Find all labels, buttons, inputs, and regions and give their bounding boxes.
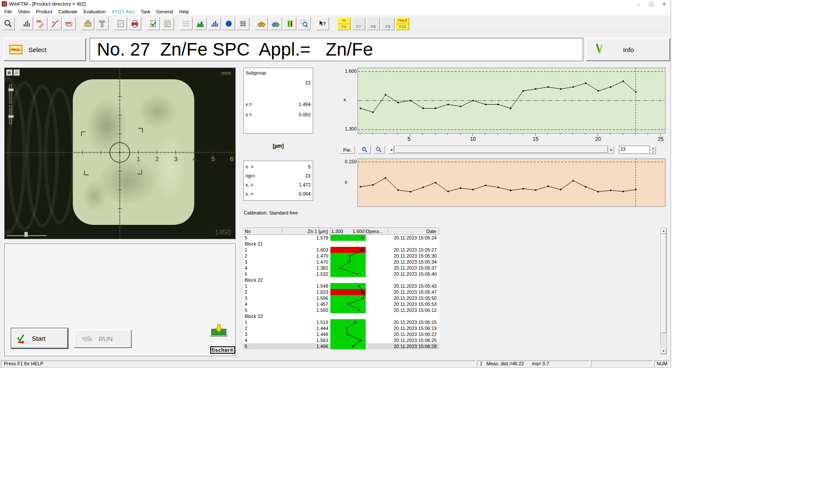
table-row[interactable]: 51.55020.11.2023 15:06:12 [243,307,439,313]
prod-icon: PROD. [9,45,22,54]
search-color-icon[interactable] [269,17,282,30]
distribution-icon[interactable] [20,17,33,30]
fkey-f9-button[interactable]: F9 [381,17,395,30]
table-scroll-up-button[interactable]: ▲ [661,228,666,234]
table-row[interactable]: 41.45720.11.2023 15:05:53 [243,301,439,307]
fkey-f7-button[interactable]: F7 [352,17,365,30]
fkey-f10-button[interactable]: PMUZF10 [396,17,409,30]
fkey-f6-button[interactable]: 20F6 [337,17,351,30]
color-scale-icon[interactable] [283,17,296,30]
menu-xy-z-axis[interactable]: XY(Z)-Axis [109,9,137,15]
header-value[interactable]: Zn 1 [µm] [282,228,330,234]
search-gold-icon[interactable] [255,17,268,30]
chart-scrollbar[interactable] [394,146,609,154]
chart-scroll-right-button[interactable]: ► [609,146,614,154]
cell-date: 20.11.2023 15:05:47 [388,289,439,295]
measuring-stand-icon[interactable] [96,17,109,30]
block-row[interactable]: Block 21 [243,241,439,247]
video-mode-button[interactable]: ▦ [6,69,12,76]
table-row[interactable]: 21.47020.11.2023 15:05:30 [243,253,439,259]
save-document-icon[interactable] [114,17,127,30]
run-button[interactable]: RUN [74,330,132,348]
zoom-slider[interactable] [7,232,47,236]
xgrand-value: 1.472 [298,182,311,187]
menu-product[interactable]: Product [33,9,56,15]
instrument-icon[interactable] [81,17,94,30]
menu-general[interactable]: General [153,9,176,15]
video-snapshot-button[interactable]: ◫ [13,69,20,76]
chart-scrollbar-thumb[interactable] [395,146,608,153]
calibration-curve-icon[interactable]: A [49,17,62,30]
close-button[interactable]: ✕ [658,0,671,8]
contrast-slider[interactable] [9,105,12,124]
header-no[interactable]: No [243,228,282,234]
spinner-down-button[interactable]: ▼ [650,150,656,154]
maximize-button[interactable]: ▢ [645,0,658,8]
header-limits[interactable]: 1.3001.600 [330,228,366,234]
table-row[interactable]: 51.49620.11.2023 15:06:28 [243,343,439,349]
fkey-f8-button[interactable]: F8 [367,17,380,30]
cell-value: 1.623 [282,289,330,295]
table-row[interactable]: 31.59620.11.2023 15:05:50 [243,295,439,301]
brightness-slider[interactable] [9,84,12,103]
report-icon[interactable] [161,17,174,30]
delete-measurement-icon[interactable]: DEL [34,17,47,30]
grid-icon[interactable] [180,17,193,30]
fischer-logo: fischer® [210,346,235,354]
table-row[interactable]: 51.53220.11.2023 15:05:40 [243,271,439,277]
chart-zoom-in-button[interactable] [358,146,371,154]
chart-scroll-left-button[interactable]: ◄ [389,146,394,154]
s-control-chart[interactable] [358,159,665,207]
parameters-button[interactable]: Par. [340,146,355,154]
select-product-button[interactable]: PROD. Select [3,38,86,61]
cell-sparkline [330,331,366,337]
menu-calibrate[interactable]: Calibrate [56,9,81,15]
print-icon[interactable] [128,17,141,30]
info-button[interactable]: Info [586,38,670,61]
menu-evaluation[interactable]: Evaluation [81,9,109,15]
matrix-icon[interactable] [236,17,249,30]
table-row[interactable]: 21.62320.11.2023 15:05:47 [243,289,439,295]
table-row[interactable]: 11.60320.11.2023 15:05:27 [243,247,439,253]
table-row[interactable]: 31.47020.11.2023 15:05:34 [243,259,439,265]
status-bar: Press F1 for HELP 1 Meas. dist.=46.22 mq… [0,360,671,367]
table-row[interactable]: 31.44920.11.2023 15:06:22 [243,331,439,337]
table-row[interactable]: 41.56320.11.2023 15:06:25 [243,337,439,343]
menu-file[interactable]: File [1,9,15,15]
measurement-table-header[interactable]: No Zn 1 [µm] 1.3001.600 Opera... Date [243,227,439,235]
zoom-icon[interactable] [2,17,15,30]
spinner-up-button[interactable]: ▲ [650,146,656,150]
context-help-icon[interactable]: ? [316,17,329,30]
spc-icon[interactable]: SPC [63,17,76,30]
block-row[interactable]: Block 23 [243,313,439,319]
approve-document-icon[interactable] [147,17,160,30]
xbar-control-chart[interactable] [358,68,665,134]
table-scrollbar-thumb[interactable] [661,234,666,333]
start-button[interactable]: Start [11,328,68,348]
table-row[interactable]: 41.38220.11.2023 15:05:37 [243,265,439,271]
table-scrollbar[interactable]: ▲ ▼ [660,227,667,355]
table-row[interactable]: 11.51920.11.2023 15:06:15 [243,319,439,325]
histogram-icon[interactable] [208,17,221,30]
table-row[interactable]: 11.54820.11.2023 15:05:43 [243,283,439,289]
subgroup-spinner[interactable]: 23 ▲▼ [619,146,656,154]
blue-circle-icon[interactable] [222,17,235,30]
xchart-tick-label: 10 [470,136,476,142]
menu-task[interactable]: Task [137,9,153,15]
table-scroll-down-button[interactable]: ▼ [661,348,666,354]
video-view[interactable]: 123456 mm 1450 ▦ ◫ [4,68,236,239]
subgroup-value: 23 [305,80,311,85]
chart-zoom-out-button[interactable] [373,146,385,154]
block-row[interactable]: Block 22 [243,277,439,283]
subgroup-spinner-value[interactable]: 23 [619,146,650,154]
menu-video[interactable]: Video [15,9,33,15]
table-row[interactable]: 51.57920.11.2023 15:05:24 [243,235,439,241]
table-row[interactable]: 21.44420.11.2023 15:06:19 [243,325,439,331]
menu-help[interactable]: Help [176,9,192,15]
header-date[interactable]: Date [388,228,439,234]
header-operator[interactable]: Opera... [366,228,388,234]
s-chart-plot [358,159,665,206]
minimize-button[interactable]: – [632,0,645,8]
peak-chart-icon[interactable] [194,17,207,30]
zoom-area-icon[interactable] [298,17,311,30]
